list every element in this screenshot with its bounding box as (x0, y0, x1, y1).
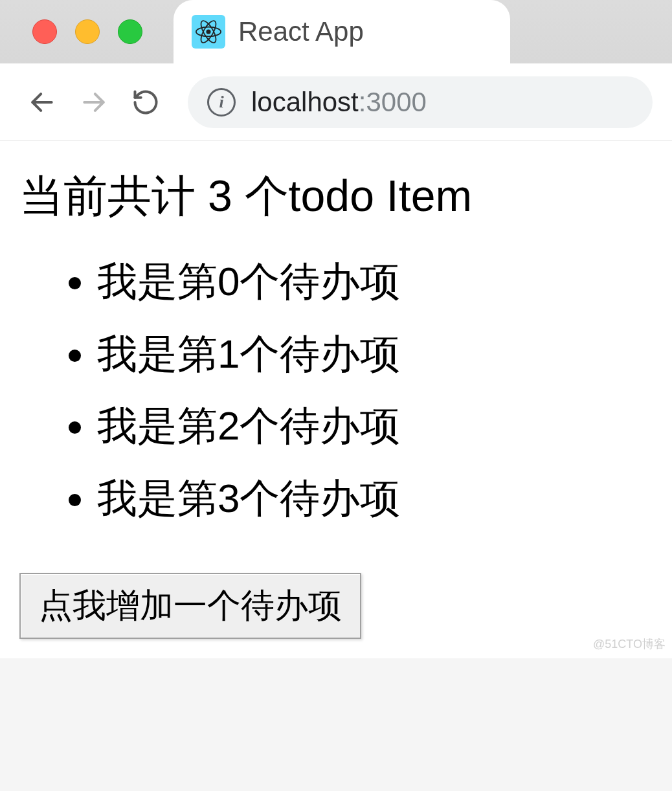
list-item: 我是第3个待办项 (97, 462, 653, 535)
react-favicon (192, 15, 225, 49)
tab-bar: React App (0, 0, 672, 63)
back-button[interactable] (19, 80, 65, 125)
reload-button[interactable] (123, 80, 168, 125)
list-item: 我是第0个待办项 (97, 245, 653, 318)
list-item: 我是第1个待办项 (97, 318, 653, 390)
page-content: 当前共计 3 个todo Item 我是第0个待办项 我是第1个待办项 我是第2… (0, 141, 672, 658)
todo-list: 我是第0个待办项 我是第1个待办项 我是第2个待办项 我是第3个待办项 (19, 245, 653, 534)
svg-point-0 (206, 29, 210, 34)
url-text: localhost:3000 (251, 87, 427, 118)
url-field[interactable]: i localhost:3000 (188, 76, 653, 128)
add-todo-button[interactable]: 点我增加一个待办项 (19, 573, 361, 639)
url-port: :3000 (359, 87, 427, 117)
browser-tab[interactable]: React App (174, 0, 510, 63)
forward-button[interactable] (71, 80, 117, 125)
minimize-window-button[interactable] (75, 19, 100, 44)
url-host: localhost (251, 87, 359, 117)
todo-count-heading: 当前共计 3 个todo Item (19, 167, 653, 226)
browser-window: React App i localhost:3000 当前共计 3 个todo (0, 0, 672, 658)
close-window-button[interactable] (32, 19, 57, 44)
maximize-window-button[interactable] (118, 19, 142, 44)
site-info-icon[interactable]: i (207, 88, 236, 117)
tab-title: React App (238, 16, 364, 47)
address-bar: i localhost:3000 (0, 63, 672, 141)
list-item: 我是第2个待办项 (97, 390, 653, 462)
watermark: @51CTO博客 (593, 636, 666, 652)
window-controls (32, 19, 142, 44)
